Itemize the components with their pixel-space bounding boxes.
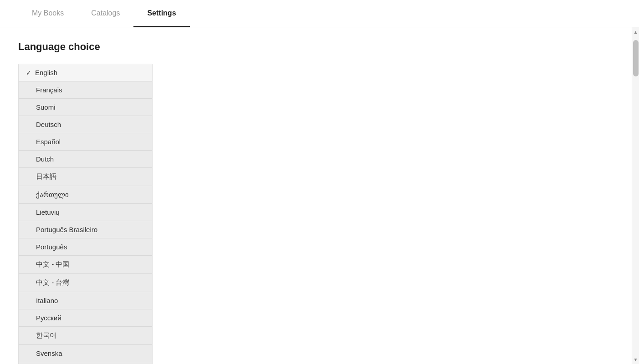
scrollbar-up-button[interactable]: ▲ xyxy=(632,28,639,35)
language-item-francais[interactable]: Français xyxy=(19,81,152,99)
language-label-italiano: Italiano xyxy=(36,297,145,304)
language-label-english: English xyxy=(35,69,145,76)
content-area: Language choice ✓EnglishFrançaisSuomiDeu… xyxy=(0,27,632,364)
language-label-espanol: Español xyxy=(36,138,145,146)
language-item-georgian[interactable]: ქართული xyxy=(19,186,152,204)
language-label-georgian: ქართული xyxy=(36,191,145,199)
language-item-italiano[interactable]: Italiano xyxy=(19,292,152,309)
language-item-deutsch[interactable]: Deutsch xyxy=(19,116,152,133)
top-navigation: My BooksCatalogsSettings xyxy=(0,0,639,27)
language-list: ✓EnglishFrançaisSuomiDeutschEspañolDutch… xyxy=(18,64,153,364)
language-item-svenska[interactable]: Svenska xyxy=(19,345,152,362)
language-label-lithuanian: Lietuvių xyxy=(36,208,145,216)
language-item-lithuanian[interactable]: Lietuvių xyxy=(19,204,152,221)
language-item-chinese-cn[interactable]: 中文 - 中国 xyxy=(19,256,152,274)
main-content: Language choice ✓EnglishFrançaisSuomiDeu… xyxy=(0,27,639,364)
language-item-portuguese-br[interactable]: Português Brasileiro xyxy=(19,221,152,238)
language-item-catalan[interactable]: Catalan xyxy=(19,362,152,364)
language-label-chinese-tw: 中文 - 台灣 xyxy=(36,278,145,287)
page-title: Language choice xyxy=(18,41,613,53)
scrollbar-track[interactable] xyxy=(632,35,639,356)
scrollbar-thumb[interactable] xyxy=(633,40,639,76)
language-item-english[interactable]: ✓English xyxy=(19,64,152,81)
language-label-russian: Русский xyxy=(36,314,145,322)
language-label-dutch: Dutch xyxy=(36,155,145,163)
language-item-japanese[interactable]: 日本語 xyxy=(19,168,152,186)
language-label-svenska: Svenska xyxy=(36,349,145,357)
language-item-chinese-tw[interactable]: 中文 - 台灣 xyxy=(19,274,152,292)
language-item-korean[interactable]: 한국어 xyxy=(19,327,152,345)
nav-tab-my-books[interactable]: My Books xyxy=(18,0,77,27)
language-item-dutch[interactable]: Dutch xyxy=(19,151,152,168)
scrollbar[interactable]: ▲ ▼ xyxy=(632,27,639,364)
check-icon: ✓ xyxy=(26,69,31,76)
nav-tab-settings[interactable]: Settings xyxy=(133,0,189,27)
language-item-suomi[interactable]: Suomi xyxy=(19,99,152,116)
language-label-francais: Français xyxy=(36,86,145,94)
language-item-russian[interactable]: Русский xyxy=(19,309,152,327)
language-label-suomi: Suomi xyxy=(36,103,145,111)
language-label-japanese: 日本語 xyxy=(36,172,145,181)
language-label-portuguese-br: Português Brasileiro xyxy=(36,226,145,233)
language-label-portuguese: Português xyxy=(36,243,145,251)
nav-tab-catalogs[interactable]: Catalogs xyxy=(77,0,133,27)
language-label-deutsch: Deutsch xyxy=(36,121,145,128)
language-label-korean: 한국어 xyxy=(36,331,145,340)
language-label-chinese-cn: 中文 - 中国 xyxy=(36,260,145,269)
scrollbar-down-button[interactable]: ▼ xyxy=(632,356,639,363)
language-item-espanol[interactable]: Español xyxy=(19,133,152,151)
language-item-portuguese[interactable]: Português xyxy=(19,238,152,256)
